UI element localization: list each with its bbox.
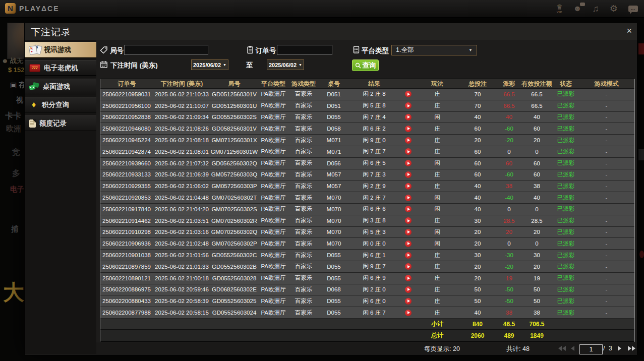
replay[interactable] bbox=[399, 180, 417, 192]
bet-time: 2025-06-02 21:06:02 bbox=[153, 180, 210, 192]
replay-button[interactable] bbox=[405, 310, 412, 316]
order-number-input[interactable] bbox=[277, 45, 332, 55]
platform-type-label: 平台类型 bbox=[362, 46, 389, 55]
platform: PA欧洲厅 bbox=[258, 135, 288, 146]
replay-button[interactable] bbox=[405, 171, 412, 178]
replay[interactable] bbox=[399, 227, 417, 238]
replay-button[interactable] bbox=[405, 126, 412, 132]
replay[interactable] bbox=[399, 123, 417, 134]
sidebar-item-2[interactable]: 777电子老虎机 bbox=[25, 60, 96, 76]
round-id: GM0702560302P bbox=[210, 238, 258, 249]
game-type: 百家乐 bbox=[288, 112, 319, 123]
order-id: 250602210901038 bbox=[100, 250, 153, 261]
total-bet: 40 bbox=[457, 204, 498, 215]
replay-button[interactable] bbox=[405, 148, 412, 155]
replay[interactable] bbox=[399, 146, 417, 157]
result: 闲 7 庄 3 bbox=[349, 169, 399, 180]
total-bet: 40 bbox=[457, 180, 498, 192]
payout: 20 bbox=[498, 227, 520, 238]
replay-button[interactable] bbox=[405, 183, 412, 190]
table-row: 2506022109460802025-06-02 21:08:26GD0582… bbox=[100, 123, 634, 135]
header-round-id: 局号 bbox=[210, 79, 258, 88]
settings-gear-icon[interactable]: ⚙ bbox=[610, 4, 618, 13]
grand-total-total-bet: 2060 bbox=[457, 330, 498, 341]
replay-button[interactable] bbox=[405, 160, 412, 166]
replay-button[interactable] bbox=[405, 114, 412, 121]
sidebar-item-label: 额度记录 bbox=[39, 119, 67, 128]
replay-button[interactable] bbox=[405, 240, 412, 247]
close-icon[interactable]: × bbox=[626, 26, 632, 36]
round-id: GD0562560302Q bbox=[210, 158, 258, 169]
sidebar-item-3[interactable]: 桌面游戏 bbox=[25, 79, 96, 94]
replay[interactable] bbox=[399, 89, 417, 100]
last-page-button[interactable] bbox=[628, 346, 635, 351]
grand-total-replay bbox=[399, 330, 417, 341]
replay-button[interactable] bbox=[405, 263, 412, 270]
replay[interactable] bbox=[399, 238, 417, 249]
date-from-picker[interactable]: 2025/06/02 ▼ bbox=[191, 59, 228, 70]
replay-button[interactable] bbox=[405, 252, 412, 259]
replay[interactable] bbox=[399, 192, 417, 203]
order-id: 250602210945224 bbox=[100, 135, 153, 146]
replay-button[interactable] bbox=[405, 286, 412, 293]
replay-button[interactable] bbox=[405, 206, 412, 212]
music-icon[interactable]: ♫ bbox=[592, 4, 599, 13]
replay[interactable] bbox=[399, 261, 417, 272]
replay[interactable] bbox=[399, 169, 417, 180]
customer-service-icon[interactable]: ☻ bbox=[573, 5, 582, 13]
date-to-picker[interactable]: 2025/06/02 ▼ bbox=[267, 59, 304, 70]
round-number-input[interactable] bbox=[124, 45, 208, 55]
platform: PA欧洲厅 bbox=[258, 215, 288, 226]
game-type: 百家乐 bbox=[288, 146, 319, 157]
brand-name: PLAYΔCE bbox=[19, 5, 60, 13]
sidebar-item-4[interactable]: ♦积分查询 bbox=[25, 97, 96, 112]
replay-button[interactable] bbox=[405, 229, 412, 235]
replay-button[interactable] bbox=[405, 195, 412, 201]
replay-button[interactable] bbox=[405, 217, 412, 224]
bet-time: 2025-06-02 21:06:39 bbox=[153, 169, 210, 180]
bet-side: 庄 bbox=[417, 169, 457, 180]
replay-button[interactable] bbox=[405, 275, 412, 281]
sidebar-item-label: 电子老虎机 bbox=[44, 64, 78, 73]
previous-page-button[interactable] bbox=[571, 346, 574, 351]
replay[interactable] bbox=[399, 250, 417, 261]
next-page-button[interactable] bbox=[618, 346, 621, 351]
replay-button[interactable] bbox=[405, 91, 412, 97]
replay[interactable] bbox=[399, 295, 417, 307]
replay[interactable] bbox=[399, 204, 417, 215]
sidebar-item-1[interactable]: 9K♥视讯游戏 bbox=[25, 42, 96, 57]
sidebar-item-5[interactable]: 额度记录 bbox=[25, 115, 96, 131]
platform-type-select[interactable]: 1.全部 ▼ bbox=[391, 45, 477, 55]
result: 闲 2 庄 7 bbox=[349, 192, 399, 203]
replay[interactable] bbox=[399, 158, 417, 169]
replay-button[interactable] bbox=[405, 102, 412, 109]
replay[interactable] bbox=[399, 135, 417, 146]
search-icon bbox=[355, 63, 361, 69]
replay-button[interactable] bbox=[405, 298, 412, 305]
result: 闲 6 庄 2 bbox=[349, 123, 399, 134]
first-page-button[interactable] bbox=[558, 346, 566, 351]
vip-icon[interactable]: ♛VIP bbox=[556, 4, 563, 14]
replay[interactable] bbox=[399, 100, 417, 111]
game-type: 百家乐 bbox=[288, 180, 319, 192]
replay[interactable] bbox=[399, 284, 417, 295]
status: 已派彩 bbox=[553, 135, 578, 146]
page-size-label: 每页显示: 20 bbox=[424, 345, 460, 353]
platform: PA欧洲厅 bbox=[258, 307, 288, 318]
table-row: 2506022109528382025-06-02 21:09:34GD0552… bbox=[100, 112, 634, 124]
bet-time: 2025-06-02 21:10:33 bbox=[153, 89, 210, 100]
replay[interactable] bbox=[399, 273, 417, 284]
status: 已派彩 bbox=[553, 180, 578, 192]
status: 已派彩 bbox=[553, 215, 578, 226]
total-bet: 60 bbox=[457, 123, 498, 134]
grand-total-game-type bbox=[288, 330, 319, 341]
payout: -50 bbox=[498, 295, 520, 307]
replay[interactable] bbox=[399, 307, 417, 318]
replay-button[interactable] bbox=[405, 137, 412, 144]
valid-bet: 38 bbox=[520, 307, 553, 318]
replay[interactable] bbox=[399, 215, 417, 226]
page-number-input[interactable] bbox=[579, 344, 603, 354]
replay[interactable] bbox=[399, 112, 417, 123]
query-button[interactable]: 查询 bbox=[352, 59, 379, 71]
chat-icon[interactable]: … bbox=[628, 6, 638, 12]
